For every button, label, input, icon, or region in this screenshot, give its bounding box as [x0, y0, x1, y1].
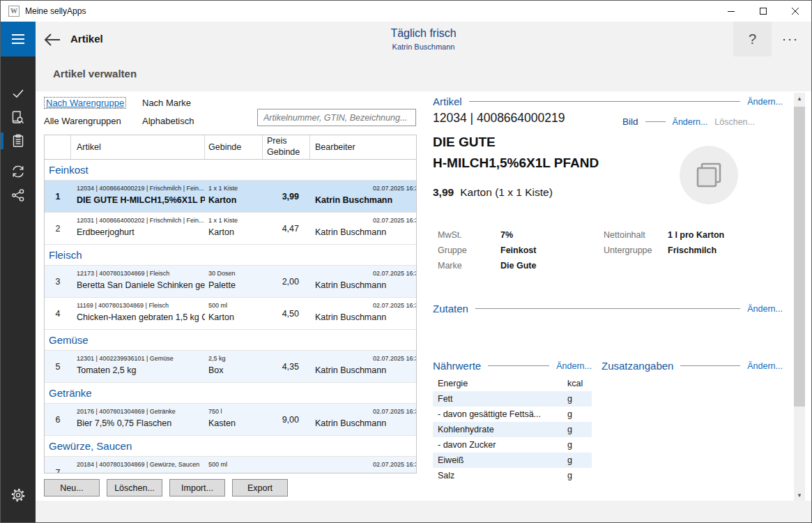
filter-group-value[interactable]: Alle Warengruppen [44, 116, 121, 126]
info-label: MwSt. [438, 230, 462, 240]
settings-gear-icon [10, 487, 26, 503]
row-preis: 4,50 [263, 298, 310, 329]
row-number: 1 [45, 181, 71, 212]
section-artikel-header: Artikel Ändern... [433, 96, 783, 107]
column-header-artikel: Artikel [71, 135, 205, 159]
sidebar [1, 22, 36, 522]
row-gebinde-type: Palette [208, 280, 263, 290]
bild-change-link[interactable]: Ändern... [673, 117, 708, 127]
column-header-bearbeiter: Bearbeiter [310, 135, 416, 159]
maximize-button[interactable] [747, 1, 779, 22]
info-value: 7% [500, 230, 513, 240]
nutrition-row: - davon Zucker g [433, 437, 592, 453]
artikel-change-link[interactable]: Ändern... [747, 97, 783, 107]
row-gebinde-size: 1 x 1 Kiste [208, 185, 263, 192]
divider [488, 365, 549, 366]
divider [475, 308, 740, 309]
row-date: 02.07.2025 16:30 [310, 185, 416, 192]
nutrition-unit: g [567, 409, 572, 419]
nutrition-unit: g [567, 394, 572, 404]
bild-label: Bild [622, 116, 638, 127]
nutrition-unit: g [567, 440, 572, 450]
scroll-down-arrow-icon[interactable]: ▼ [794, 490, 805, 501]
sidebar-item-settings[interactable] [1, 483, 36, 507]
filter-by-marke[interactable]: Nach Marke [142, 98, 191, 108]
filter-by-warengruppe[interactable]: Nach Warengruppe [44, 97, 126, 109]
detail-scrollbar[interactable]: ▲ ▼ [794, 93, 805, 501]
product-image-placeholder [680, 146, 738, 204]
export-button[interactable]: Export [232, 479, 288, 497]
section-naehrwerte-title: Nährwerte [433, 360, 481, 372]
row-gebinde-size: 750 l [208, 408, 263, 415]
help-button[interactable]: ? [733, 22, 772, 56]
table-row[interactable]: 2 12031 | 4008664000202 | Frischmilch | … [45, 213, 416, 245]
naehrwerte-change-link[interactable]: Ändern... [556, 361, 592, 371]
divider [645, 121, 666, 122]
table-header: Artikel Gebinde PreisGebinde Bearbeiter [45, 135, 416, 160]
column-header-number [45, 135, 71, 159]
nutrition-label: - davon Zucker [433, 440, 567, 450]
catalog-search-icon [11, 110, 25, 124]
product-name-line2: H-MILCH1,5%6X1L PFAND [433, 156, 599, 171]
row-number: 2 [45, 213, 71, 244]
info-label: Untergruppe [604, 245, 652, 255]
import-button[interactable]: Import... [169, 479, 225, 497]
search-input[interactable] [257, 109, 416, 126]
divider [680, 365, 740, 366]
table-row[interactable]: 3 12173 | 4007801304869 | FleischBeretta… [45, 266, 416, 298]
zusatzangaben-change-link[interactable]: Ändern... [747, 361, 783, 371]
row-artikel-meta: 20176 | 4007801304869 | Getränke [77, 408, 205, 415]
close-button[interactable] [779, 1, 811, 22]
filter-sort-value[interactable]: Alphabetisch [142, 116, 194, 126]
nutrition-unit: g [567, 471, 572, 480]
table-row[interactable]: 4 11169 | 4007801304869 | FleischChicken… [45, 298, 416, 330]
app-logo-icon: W [8, 6, 20, 17]
zutaten-change-link[interactable]: Ändern... [747, 304, 783, 314]
row-gebinde-size: 1 x 1 Kiste [208, 217, 263, 224]
group-header: Fleisch [45, 245, 416, 266]
scrollbar-thumb[interactable] [794, 107, 805, 407]
table-row[interactable]: 7 20184 | 4007801304869 | Gewürze, Sauce… [45, 457, 416, 473]
row-artikel-name: Chicken-Haxen gebraten 1,5 kg C... [77, 312, 205, 322]
scroll-up-arrow-icon[interactable]: ▲ [794, 93, 805, 104]
row-editor: Katrin Buschmann [310, 312, 416, 322]
sidebar-item-share[interactable] [1, 183, 36, 207]
more-options-button[interactable]: ··· [775, 22, 806, 56]
main-content: Nach Warengruppe Nach Marke Alle Warengr… [36, 91, 811, 522]
row-artikel-meta: 12301 | 4002239936101 | Gemüse [77, 355, 205, 362]
sidebar-item-tasks[interactable] [1, 82, 36, 105]
row-date: 02.07.2025 16:30 [310, 302, 416, 309]
section-artikel-title: Artikel [433, 96, 462, 107]
minimize-button[interactable] [715, 1, 747, 22]
table-row[interactable]: 1 12034 | 4008664000219 | Frischmilch | … [45, 181, 416, 213]
article-groups: Feinkost 1 12034 | 4008664000219 | Frisc… [45, 160, 416, 473]
table-row[interactable]: 5 12301 | 4002239936101 | GemüseTomaten … [45, 351, 416, 383]
row-editor: Katrin Buschmann [310, 365, 416, 375]
table-row[interactable]: 6 20176 | 4007801304869 | GetränkeBier 7… [45, 404, 416, 436]
row-gebinde-type: Kasten [208, 418, 263, 428]
new-button[interactable]: Neu... [44, 479, 100, 497]
row-gebinde-type: Karton [208, 195, 263, 205]
sidebar-item-sync[interactable] [1, 160, 36, 183]
nutrition-label: Energie [433, 379, 567, 388]
bild-delete-link[interactable]: Löschen... [714, 117, 755, 127]
sidebar-item-articles[interactable] [1, 129, 36, 153]
section-zusatzangaben-title: Zusatzangaben [602, 360, 673, 372]
article-table: Artikel Gebinde PreisGebinde Bearbeiter … [44, 135, 417, 473]
section-naehrwerte-header: Nährwerte Ändern... [433, 360, 592, 372]
row-number: 3 [45, 266, 71, 297]
hamburger-menu-button[interactable] [1, 22, 36, 56]
nutrition-label: Eiweiß [433, 455, 567, 465]
store-header: Täglich frisch Katrin Buschmann [36, 27, 811, 51]
group-header: Feinkost [45, 160, 416, 181]
info-value: Feinkost [500, 245, 536, 255]
row-preis: 3,99 [263, 181, 310, 212]
row-artikel-meta: 20184 | 4007801304869 | Gewürze, Saucen [77, 461, 205, 468]
nutrition-unit: g [567, 425, 572, 434]
delete-button[interactable]: Löschen... [107, 479, 162, 497]
sidebar-item-catalog[interactable] [1, 105, 36, 129]
minimize-icon [728, 8, 735, 15]
nutrition-row: Eiweiß g [433, 453, 592, 468]
row-preis: 4,47 [263, 213, 310, 244]
nutrition-row: Fett g [433, 391, 592, 407]
